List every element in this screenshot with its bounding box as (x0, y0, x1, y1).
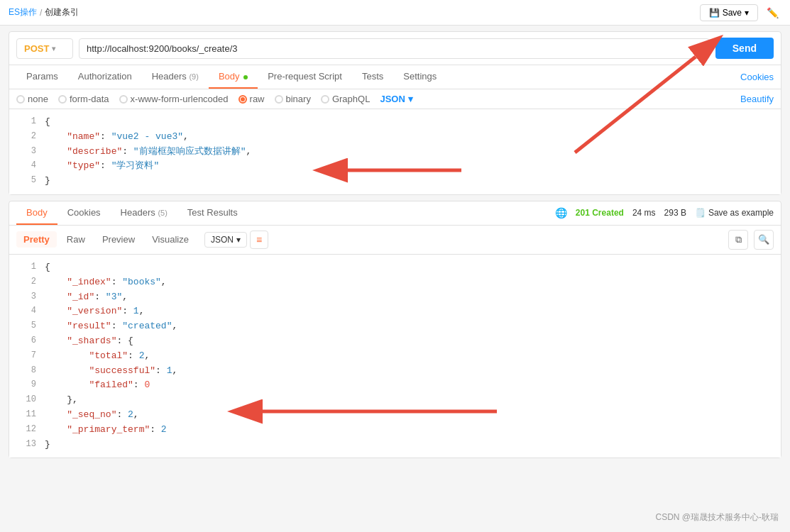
format-bar-right: ⧉ 🔍 (728, 230, 774, 250)
filter-icon-button[interactable]: ≡ (250, 231, 268, 249)
method-select[interactable]: POST ▾ (16, 38, 73, 59)
format-visualize[interactable]: Visualize (145, 231, 196, 248)
resp-line-7: 7 "total": 2, (9, 349, 781, 364)
request-section: POST ▾ Send Params Authorization Headers… (9, 31, 781, 195)
tab-pre-request[interactable]: Pre-request Script (258, 65, 352, 89)
json-chevron-icon: ▾ (408, 94, 413, 104)
tab-tests[interactable]: Tests (352, 65, 393, 89)
radio-urlencoded (119, 95, 128, 104)
save-example-icon: 🗒️ (695, 208, 706, 218)
resp-line-1: 1 { (9, 260, 781, 275)
resp-line-9: 9 "failed": 0 (9, 378, 781, 393)
resp-line-3: 3 "_id": "3", (9, 290, 781, 305)
radio-none (16, 95, 25, 104)
radio-raw (238, 95, 247, 104)
search-button[interactable]: 🔍 (754, 230, 774, 250)
response-size: 293 B (664, 208, 686, 218)
response-tabs-bar: Body Cookies Headers (5) Test Results 🌐 … (9, 201, 781, 226)
save-button[interactable]: 💾 Save ▾ (700, 4, 758, 21)
save-icon: 💾 (709, 8, 720, 18)
cookies-link[interactable]: Cookies (740, 72, 774, 82)
tab-params[interactable]: Params (16, 65, 68, 89)
url-input[interactable] (79, 38, 710, 59)
top-nav: ES操作 / 创建条引 💾 Save ▾ ✏️ (0, 0, 790, 26)
copy-button[interactable]: ⧉ (728, 230, 748, 250)
option-urlencoded[interactable]: x-www-form-urlencoded (119, 94, 229, 104)
radio-form-data (58, 95, 67, 104)
option-graphql[interactable]: GraphQL (321, 94, 370, 104)
save-example-button[interactable]: 🗒️ Save as example (695, 208, 774, 218)
response-status-bar: 🌐 201 Created 24 ms 293 B 🗒️ Save as exa… (555, 207, 774, 218)
beautify-button[interactable]: Beautify (740, 94, 774, 104)
method-label: POST (24, 43, 49, 54)
resp-line-10: 10 }, (9, 393, 781, 408)
resp-line-2: 2 "_index": "books", (9, 275, 781, 290)
option-raw[interactable]: raw (238, 94, 265, 104)
breadcrumb: ES操作 / 创建条引 (9, 6, 79, 18)
watermark: CSDN @瑞晟技术服务中心-耿瑞 (655, 511, 779, 523)
code-line-2: 2 "name": "vue2 - vue3", (9, 130, 781, 145)
format-pretty[interactable]: Pretty (16, 231, 57, 248)
globe-icon: 🌐 (555, 207, 567, 218)
request-tabs: Params Authorization Headers (9) Body Pr… (9, 65, 781, 89)
format-preview[interactable]: Preview (95, 231, 142, 248)
radio-binary (275, 95, 283, 104)
tab-headers[interactable]: Headers (9) (142, 65, 209, 89)
response-tab-cookies[interactable]: Cookies (57, 201, 111, 225)
response-json-chevron-icon: ▾ (236, 235, 241, 245)
code-line-5: 5 } (9, 174, 781, 189)
response-section: Body Cookies Headers (5) Test Results 🌐 … (9, 201, 781, 458)
top-nav-right: 💾 Save ▾ ✏️ (700, 4, 781, 21)
response-tab-headers[interactable]: Headers (5) (111, 201, 177, 225)
body-dot-indicator (243, 75, 248, 79)
url-bar: POST ▾ Send (9, 32, 781, 65)
body-options: none form-data x-www-form-urlencoded raw… (9, 89, 781, 109)
request-body-editor[interactable]: 1 { 2 "name": "vue2 - vue3", 3 "describe… (9, 109, 781, 194)
response-time: 24 ms (632, 208, 656, 218)
code-line-1: 1 { (9, 115, 781, 130)
page-wrapper: ES操作 / 创建条引 💾 Save ▾ ✏️ POST ▾ Send (0, 0, 790, 532)
resp-line-11: 11 "_seq_no": 2, (9, 408, 781, 423)
resp-line-12: 12 "_primary_term": 2 (9, 423, 781, 438)
option-none[interactable]: none (16, 94, 48, 104)
option-form-data[interactable]: form-data (58, 94, 109, 104)
radio-graphql (321, 95, 329, 104)
breadcrumb-link[interactable]: ES操作 (9, 6, 37, 18)
code-line-3: 3 "describe": "前端框架响应式数据讲解", (9, 145, 781, 160)
response-tab-body[interactable]: Body (16, 201, 57, 225)
resp-line-6: 6 "_shards": { (9, 334, 781, 349)
send-button[interactable]: Send (715, 38, 774, 59)
save-chevron-icon: ▾ (745, 8, 749, 18)
breadcrumb-sep: / (40, 8, 42, 18)
status-code: 201 Created (576, 208, 624, 218)
format-raw[interactable]: Raw (60, 231, 92, 248)
chevron-down-icon: ▾ (52, 45, 55, 52)
edit-button[interactable]: ✏️ (764, 4, 781, 21)
resp-line-4: 4 "_version": 1, (9, 304, 781, 319)
json-format-select[interactable]: JSON ▾ (380, 94, 412, 104)
resp-line-13: 13 } (9, 438, 781, 453)
resp-line-5: 5 "result": "created", (9, 319, 781, 334)
option-binary[interactable]: binary (275, 94, 311, 104)
breadcrumb-current: 创建条引 (45, 6, 79, 18)
format-bar: Pretty Raw Preview Visualize JSON ▾ ≡ ⧉ … (9, 226, 781, 255)
tab-body[interactable]: Body (209, 65, 258, 89)
response-body-viewer: 1 { 2 "_index": "books", 3 "_id": "3", 4 (9, 255, 781, 458)
save-label: Save (723, 8, 742, 18)
resp-line-8: 8 "successful": 1, (9, 364, 781, 379)
code-line-4: 4 "type": "学习资料" (9, 159, 781, 174)
tab-authorization[interactable]: Authorization (68, 65, 142, 89)
response-json-format-select[interactable]: JSON ▾ (204, 232, 247, 248)
response-tab-test-results[interactable]: Test Results (177, 201, 248, 225)
tab-settings[interactable]: Settings (393, 65, 446, 89)
